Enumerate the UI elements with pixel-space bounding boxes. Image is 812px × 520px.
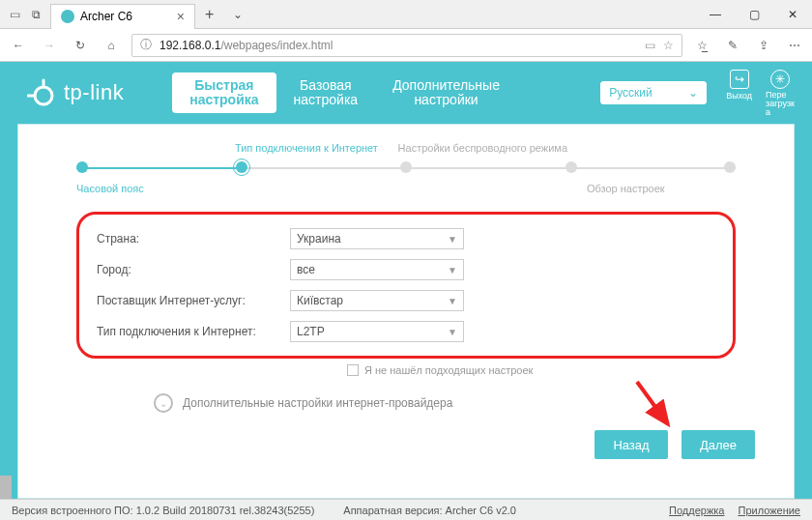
isp-value: Київстар <box>297 294 343 307</box>
tabs-icon[interactable]: ▭ <box>6 6 23 23</box>
chevron-down-icon: ▼ <box>448 265 457 275</box>
back-nav-button[interactable]: ← <box>8 35 29 56</box>
more-icon[interactable]: ⋯ <box>785 39 804 52</box>
step-dot-1[interactable] <box>76 161 88 173</box>
back-button[interactable]: Назад <box>594 430 668 459</box>
browser-titlebar: ▭ ⧉ Archer C6 × + ⌄ — ▢ ✕ <box>0 0 812 29</box>
step-dot-4[interactable] <box>566 161 577 173</box>
isp-select[interactable]: Київстар ▼ <box>290 290 464 311</box>
chevron-down-circle-icon: ⌄ <box>154 393 173 413</box>
router-page: tp-link Быстрая настройка Базовая настро… <box>0 62 812 520</box>
connection-type-value: L2TP <box>297 325 325 338</box>
logo-icon <box>27 78 56 107</box>
tab-utility-icons: ▭ ⧉ <box>0 6 50 23</box>
support-link[interactable]: Поддержка <box>669 505 724 516</box>
tab-title: Archer C6 <box>80 10 132 23</box>
refresh-button[interactable]: ↻ <box>70 35 91 56</box>
wizard-buttons: Назад Далее <box>594 430 755 459</box>
url-host: 192.168.0.1 <box>160 39 220 52</box>
home-button[interactable]: ⌂ <box>101 35 122 56</box>
left-stub <box>0 476 12 499</box>
logo-text: tp-link <box>64 80 124 105</box>
highlighted-form-box: Страна: Украина ▼ Город: все ▼ Поставщик… <box>76 212 736 359</box>
header-band: tp-link Быстрая настройка Базовая настро… <box>0 62 812 124</box>
url-input[interactable]: ⓘ 192.168.0.1/webpages/index.html ▭ ☆ <box>131 34 682 57</box>
top-actions: ↪ Выход ✳ Пере загрузк а <box>726 70 795 117</box>
isp-advanced-expander[interactable]: ⌄ Дополнительные настройки интернет-пров… <box>76 376 736 413</box>
notes-icon[interactable]: ✎ <box>723 39 742 52</box>
tab-preview-icon[interactable]: ⧉ <box>27 6 44 23</box>
language-value: Русский <box>609 86 652 100</box>
step-label-connection-type: Тип подключения к Интернет <box>230 142 384 154</box>
connection-type-label: Тип подключения к Интернет: <box>97 325 280 338</box>
chevron-down-icon: ▼ <box>448 234 457 245</box>
step-label-summary: Обзор настроек <box>547 183 704 194</box>
logo: tp-link <box>27 78 124 107</box>
form-area: Страна: Украина ▼ Город: все ▼ Поставщик… <box>18 202 794 413</box>
tab-chevron-icon[interactable]: ⌄ <box>223 8 252 21</box>
country-label: Страна: <box>97 232 280 246</box>
country-value: Украина <box>297 232 341 246</box>
star-icon[interactable]: ☆ <box>663 39 674 52</box>
hardware-version: Аппаратная версия: Archer C6 v2.0 <box>343 505 516 516</box>
reading-view-icon[interactable]: ▭ <box>645 39 655 52</box>
logout-icon: ↪ <box>730 70 749 89</box>
url-path: /webpages/index.html <box>220 39 333 52</box>
window-controls: — ▢ ✕ <box>696 0 812 29</box>
logout-button[interactable]: ↪ Выход <box>726 70 752 117</box>
wizard-card: Тип подключения к Интернет Настройки бес… <box>17 124 795 499</box>
step-dot-5[interactable] <box>724 161 736 173</box>
svg-point-0 <box>35 87 52 104</box>
isp-advanced-label: Дополнительные настройки интернет-провай… <box>183 396 452 410</box>
country-select[interactable]: Украина ▼ <box>290 228 464 249</box>
language-select[interactable]: Русский ⌄ <box>600 81 707 104</box>
reboot-icon: ✳ <box>770 70 790 89</box>
connection-type-select[interactable]: L2TP ▼ <box>290 321 464 342</box>
stepper: Тип подключения к Интернет Настройки бес… <box>18 125 794 202</box>
reboot-button[interactable]: ✳ Пере загрузк а <box>766 70 795 117</box>
app-link[interactable]: Приложение <box>738 505 800 516</box>
tab-quick-setup[interactable]: Быстрая настройка <box>172 72 276 114</box>
step-dot-2[interactable] <box>236 161 247 173</box>
not-found-checkbox[interactable] <box>347 364 359 376</box>
maximize-button[interactable]: ▢ <box>735 0 773 29</box>
next-button[interactable]: Далее <box>682 430 755 459</box>
stepper-track <box>76 159 736 177</box>
city-select[interactable]: все ▼ <box>290 259 464 280</box>
nav-tabs: Быстрая настройка Базовая настройка Допо… <box>172 72 517 114</box>
not-found-label: Я не нашёл подходящих настроек <box>364 364 533 376</box>
favorites-icon[interactable]: ☆̲ <box>692 39 711 52</box>
isp-label: Поставщик Интернет-услуг: <box>97 294 280 307</box>
footer-bar: Версия встроенного ПО: 1.0.2 Build 20180… <box>0 499 812 520</box>
favicon-icon <box>61 10 74 23</box>
chevron-down-icon: ▼ <box>448 296 457 306</box>
step-label-wireless: Настройки беспроводного режима <box>383 142 582 154</box>
close-window-button[interactable]: ✕ <box>773 0 812 29</box>
share-icon[interactable]: ⇪ <box>754 39 773 52</box>
firmware-version: Версия встроенного ПО: 1.0.2 Build 20180… <box>12 505 314 516</box>
forward-nav-button[interactable]: → <box>39 35 60 56</box>
toolbar-icons: ☆̲ ✎ ⇪ ⋯ <box>692 39 804 52</box>
close-tab-icon[interactable]: × <box>177 9 185 24</box>
step-label-timezone: Часовой пояс <box>76 183 233 194</box>
tab-basic-setup[interactable]: Базовая настройка <box>276 72 376 114</box>
browser-tab[interactable]: Archer C6 × <box>50 4 195 29</box>
step-dot-3[interactable] <box>400 161 412 173</box>
city-label: Город: <box>97 263 280 276</box>
city-value: все <box>297 263 315 276</box>
chevron-down-icon: ⌄ <box>688 86 698 100</box>
site-info-icon[interactable]: ⓘ <box>140 37 152 53</box>
tab-advanced[interactable]: Дополнительные настройки <box>375 72 517 114</box>
browser-address-bar: ← → ↻ ⌂ ⓘ 192.168.0.1/webpages/index.htm… <box>0 29 812 62</box>
new-tab-button[interactable]: + <box>195 6 223 23</box>
not-found-row: Я не нашёл подходящих настроек <box>76 359 736 376</box>
minimize-button[interactable]: — <box>696 0 735 29</box>
chevron-down-icon: ▼ <box>448 327 457 337</box>
